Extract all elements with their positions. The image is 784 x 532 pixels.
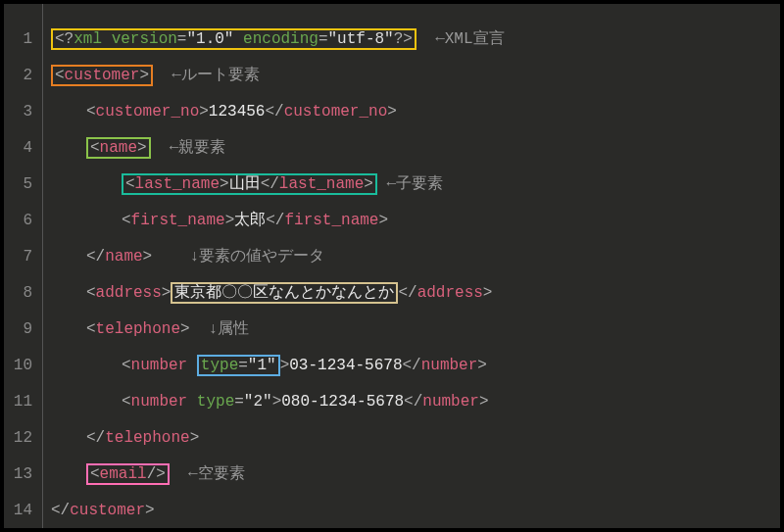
attr-val: "utf-8": [328, 30, 394, 48]
punct: >: [225, 212, 235, 229]
code-line: <?xml version="1.0" encoding="utf-8"?> ←…: [51, 22, 505, 58]
annotation-xml-decl: ←XML宣言: [435, 30, 504, 48]
code-line: </telephone>: [51, 420, 505, 457]
tag-name: number: [131, 357, 188, 374]
punct: </: [51, 502, 70, 519]
tag-name: address: [96, 284, 162, 302]
punct: <: [86, 284, 96, 302]
punct: </: [86, 429, 105, 447]
punct: </: [402, 357, 420, 374]
punct: <: [122, 357, 131, 374]
tag-name: telephone: [105, 429, 189, 447]
code-editor: 1 2 3 4 5 6 7 8 9 10 11 12 13 14 <?xml v…: [0, 0, 784, 532]
punct: >: [272, 393, 282, 411]
line-number: 9: [4, 312, 32, 348]
text-node: 123456: [209, 103, 266, 121]
annotation-child: ←子要素: [386, 175, 443, 193]
line-number: 1: [4, 22, 32, 58]
punct: >: [190, 429, 200, 447]
code-line: <first_name>太郎</first_name>: [51, 203, 505, 239]
punct: >: [145, 502, 155, 519]
space: [187, 357, 197, 374]
punct: >: [483, 284, 493, 302]
text-node: 03-1234-5678: [289, 357, 402, 374]
text-node: 山田: [229, 175, 261, 193]
punct: </: [398, 284, 416, 302]
annotation-empty: ←空要素: [188, 465, 245, 483]
tag-name: number: [422, 393, 479, 411]
code-line: <last_name>山田</last_name> ←子要素: [51, 167, 505, 203]
tag-name: email: [100, 465, 147, 483]
punct: </: [404, 393, 422, 411]
line-number: 5: [4, 167, 32, 203]
value-box: 東京都〇〇区なんとかなんとか: [171, 282, 398, 304]
annotation-value: ↓要素の値やデータ: [190, 248, 325, 266]
tag-name: customer_no: [96, 103, 200, 121]
text-node: 080-1234-5678: [281, 393, 404, 411]
punct: />: [147, 465, 166, 483]
code-line: <number type="2">080-1234-5678</number>: [51, 384, 505, 420]
line-number: 13: [4, 457, 32, 493]
punct: =: [177, 30, 187, 48]
punct: ?>: [394, 30, 413, 48]
code-line: <customer> ←ルート要素: [51, 58, 505, 94]
punct: =: [318, 30, 328, 48]
attr-key: type: [197, 393, 234, 411]
punct: >: [143, 248, 153, 266]
code-line: <address>東京都〇〇区なんとかなんとか</address>: [51, 275, 505, 312]
line-number: 6: [4, 203, 32, 239]
attr-key: type: [201, 357, 238, 374]
annotation-parent: ←親要素: [170, 139, 226, 157]
tag-name: customer: [70, 502, 145, 519]
text-node: 太郎: [234, 212, 266, 229]
punct: <: [86, 320, 96, 338]
xml-keyword: xml: [74, 30, 102, 48]
punct: =: [238, 357, 248, 374]
punct: <: [86, 103, 96, 121]
line-number: 8: [4, 275, 32, 312]
code-line: <name> ←親要素: [51, 130, 505, 167]
punct: <: [125, 175, 135, 193]
tag-name: first_name: [284, 212, 378, 229]
tag-name: number: [131, 393, 188, 411]
line-number: 4: [4, 130, 32, 167]
tag-name: address: [417, 284, 483, 302]
line-number: 11: [4, 384, 32, 420]
punct: <: [90, 465, 100, 483]
code-line: <customer_no>123456</customer_no>: [51, 94, 505, 130]
code-line: </customer>: [51, 493, 505, 529]
punct: =: [234, 393, 244, 411]
tag-name: number: [421, 357, 478, 374]
tag-name: telephone: [96, 320, 180, 338]
child-element-box: <last_name>山田</last_name>: [122, 173, 377, 195]
line-number: 10: [4, 348, 32, 384]
xml-declaration-box: <?xml version="1.0" encoding="utf-8"?>: [51, 28, 416, 50]
tag-name: name: [105, 248, 142, 266]
punct: >: [280, 357, 290, 374]
code-line: </name> ↓要素の値やデータ: [51, 239, 505, 275]
punct: >: [137, 139, 147, 157]
tag-name: last_name: [279, 175, 364, 193]
space: [102, 30, 112, 48]
punct: <?: [55, 30, 74, 48]
punct: >: [364, 175, 373, 193]
empty-element-box: <email/>: [86, 463, 170, 485]
line-number: 12: [4, 420, 32, 457]
annotation-root: ←ルート要素: [172, 67, 260, 84]
punct: >: [477, 357, 487, 374]
punct: >: [180, 320, 190, 338]
punct: </: [261, 175, 279, 193]
root-element-box: <customer>: [51, 65, 153, 86]
attr-key: encoding: [243, 30, 318, 48]
line-number-gutter: 1 2 3 4 5 6 7 8 9 10 11 12 13 14: [4, 4, 43, 528]
space: [187, 393, 197, 411]
punct: <: [90, 139, 100, 157]
attr-val: "2": [244, 393, 272, 411]
punct: </: [266, 212, 284, 229]
line-number: 2: [4, 58, 32, 94]
tag-name: name: [100, 139, 137, 157]
line-number: 7: [4, 239, 32, 275]
punct: >: [479, 393, 489, 411]
code-line: <telephone> ↓属性: [51, 312, 505, 348]
punct: >: [162, 284, 172, 302]
